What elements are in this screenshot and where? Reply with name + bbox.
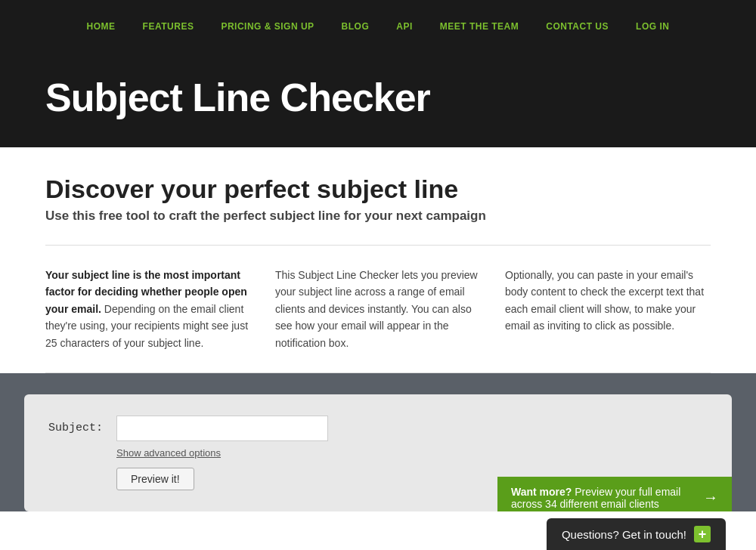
nav-item-features[interactable]: FEATURES bbox=[129, 21, 208, 32]
nav-item-home[interactable]: HOME bbox=[73, 21, 129, 32]
subject-input[interactable] bbox=[116, 416, 328, 441]
promo-arrow: → bbox=[703, 489, 718, 506]
hero-section: Subject Line Checker bbox=[0, 52, 756, 147]
promo-box[interactable]: Want more? Preview your full email acros… bbox=[497, 477, 732, 511]
preview-button[interactable]: Preview it! bbox=[116, 468, 194, 490]
subject-row: Subject: bbox=[48, 416, 708, 441]
nav-item-contact[interactable]: CONTACT US bbox=[532, 21, 622, 32]
hero-title: Subject Line Checker bbox=[45, 75, 711, 120]
tool-section: Subject: Show advanced options Preview i… bbox=[0, 373, 756, 511]
advanced-options-link[interactable]: Show advanced options bbox=[116, 447, 708, 459]
page-heading: Discover your perfect subject line bbox=[45, 175, 711, 204]
col3-text: Optionally, you can paste in your email'… bbox=[505, 269, 704, 332]
col2-text: This Subject Line Checker lets you previ… bbox=[275, 269, 478, 349]
promo-want-more: Want more? Preview your full email acros… bbox=[511, 486, 697, 510]
col-2: This Subject Line Checker lets you previ… bbox=[275, 267, 481, 351]
nav-item-api[interactable]: API bbox=[383, 21, 426, 32]
nav-item-blog[interactable]: BLOG bbox=[328, 21, 383, 32]
top-divider bbox=[45, 245, 711, 246]
main-content: Discover your perfect subject line Use t… bbox=[0, 147, 756, 373]
col-1: Your subject line is the most important … bbox=[45, 267, 251, 351]
page-subtitle: Use this free tool to craft the perfect … bbox=[45, 209, 711, 224]
col-3: Optionally, you can paste in your email'… bbox=[505, 267, 711, 351]
nav-item-login[interactable]: LOG IN bbox=[622, 21, 683, 32]
nav-item-pricing[interactable]: PRICING & SIGN UP bbox=[207, 21, 327, 32]
nav-item-meet[interactable]: MEET THE TEAM bbox=[426, 21, 533, 32]
subject-label: Subject: bbox=[48, 422, 116, 434]
feature-columns: Your subject line is the most important … bbox=[45, 267, 711, 351]
tool-inner: Subject: Show advanced options Preview i… bbox=[24, 394, 732, 511]
main-nav: HOME FEATURES PRICING & SIGN UP BLOG API… bbox=[0, 0, 756, 52]
